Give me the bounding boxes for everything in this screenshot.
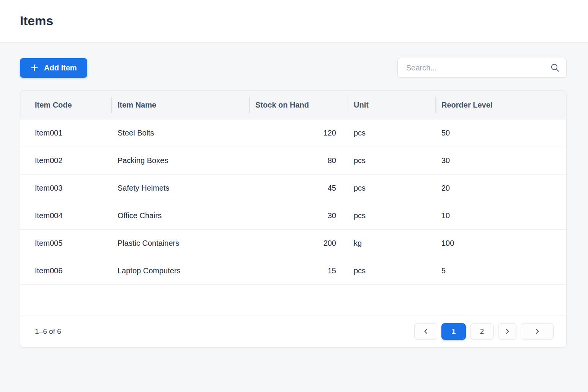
table-row: Item002 Packing Boxes 80 pcs 30 bbox=[20, 147, 566, 175]
cell-reorder-level: 30 bbox=[435, 156, 566, 165]
cell-reorder-level: 5 bbox=[435, 266, 566, 275]
cell-stock-on-hand: 200 bbox=[249, 239, 348, 248]
cell-stock-on-hand: 15 bbox=[249, 266, 348, 275]
page-1-button[interactable]: 1 bbox=[441, 323, 466, 340]
table-row: Item001 Steel Bolts 120 pcs 50 bbox=[20, 119, 566, 147]
chevron-left-icon bbox=[423, 328, 429, 335]
chevron-right-icon bbox=[504, 328, 511, 335]
add-item-button[interactable]: Add Item bbox=[20, 58, 87, 78]
cell-unit: kg bbox=[348, 239, 435, 248]
cell-stock-on-hand: 30 bbox=[249, 211, 348, 220]
next-page-button[interactable] bbox=[498, 323, 516, 340]
cell-item-name: Packing Boxes bbox=[111, 156, 249, 165]
page-header: Items bbox=[0, 0, 588, 42]
plus-icon bbox=[30, 64, 39, 72]
cell-unit: pcs bbox=[348, 266, 435, 275]
pagination: 1 2 bbox=[414, 323, 554, 340]
cell-item-code: Item004 bbox=[20, 211, 111, 220]
column-header-item-code: Item Code bbox=[20, 91, 111, 119]
result-range-label: 1–6 of 6 bbox=[35, 327, 61, 336]
search-input[interactable] bbox=[397, 58, 567, 78]
column-header-unit: Unit bbox=[348, 91, 435, 119]
table-header-row: Item Code Item Name Stock on Hand Unit R… bbox=[20, 91, 566, 119]
add-item-button-label: Add Item bbox=[44, 64, 77, 72]
table-empty-space bbox=[20, 285, 566, 315]
table-row: Item003 Safety Helmets 45 pcs 20 bbox=[20, 175, 566, 202]
chevron-right-icon bbox=[534, 328, 541, 335]
last-page-button[interactable] bbox=[521, 323, 554, 340]
cell-item-name: Plastic Containers bbox=[111, 239, 249, 248]
page-title: Items bbox=[20, 14, 53, 28]
items-table-card: Item Code Item Name Stock on Hand Unit R… bbox=[20, 90, 567, 348]
cell-unit: pcs bbox=[348, 156, 435, 165]
cell-unit: pcs bbox=[348, 211, 435, 220]
cell-reorder-level: 20 bbox=[435, 184, 566, 193]
cell-reorder-level: 10 bbox=[435, 211, 566, 220]
previous-page-button[interactable] bbox=[414, 323, 437, 340]
table-row: Item006 Laptop Computers 15 pcs 5 bbox=[20, 257, 566, 285]
cell-item-code: Item005 bbox=[20, 239, 111, 248]
cell-stock-on-hand: 80 bbox=[249, 156, 348, 165]
cell-item-code: Item003 bbox=[20, 184, 111, 193]
cell-item-name: Office Chairs bbox=[111, 211, 249, 220]
search-icon[interactable] bbox=[550, 63, 560, 73]
table-footer: 1–6 of 6 1 2 bbox=[20, 315, 566, 347]
cell-stock-on-hand: 120 bbox=[249, 129, 348, 137]
cell-item-name: Steel Bolts bbox=[111, 129, 249, 137]
cell-unit: pcs bbox=[348, 129, 435, 137]
cell-stock-on-hand: 45 bbox=[249, 184, 348, 193]
page-2-button[interactable]: 2 bbox=[470, 323, 494, 340]
toolbar: Add Item bbox=[20, 58, 567, 78]
cell-item-code: Item001 bbox=[20, 129, 111, 137]
cell-reorder-level: 50 bbox=[435, 129, 566, 137]
cell-item-name: Safety Helmets bbox=[111, 184, 249, 193]
cell-item-code: Item006 bbox=[20, 266, 111, 275]
table-row: Item005 Plastic Containers 200 kg 100 bbox=[20, 230, 566, 257]
column-header-stock-on-hand: Stock on Hand bbox=[249, 91, 348, 119]
cell-item-code: Item002 bbox=[20, 156, 111, 165]
cell-item-name: Laptop Computers bbox=[111, 266, 249, 275]
cell-unit: pcs bbox=[348, 184, 435, 193]
column-header-item-name: Item Name bbox=[111, 91, 249, 119]
search-box bbox=[397, 58, 567, 78]
cell-reorder-level: 100 bbox=[435, 239, 566, 248]
table-row: Item004 Office Chairs 30 pcs 10 bbox=[20, 202, 566, 230]
column-header-reorder-level: Reorder Level bbox=[435, 91, 566, 119]
